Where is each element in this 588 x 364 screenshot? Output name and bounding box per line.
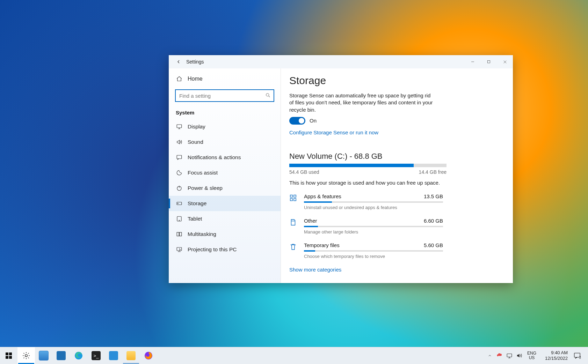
svg-rect-13 [294, 195, 296, 197]
sidebar-item-focus-assist[interactable]: Focus assist [169, 165, 281, 180]
svg-rect-14 [290, 199, 292, 201]
file-explorer-icon [126, 351, 136, 360]
category-subtext: Choose which temporary files to remove [304, 254, 443, 259]
temp-icon [289, 242, 298, 259]
volume-usage-fill [289, 164, 414, 167]
show-more-categories-link[interactable]: Show more categories [289, 267, 341, 273]
sidebar-item-label: Storage [188, 200, 206, 207]
sidebar-section-label: System [169, 107, 281, 119]
system-tray: ENG US 9:40 AM 12/15/2022 3 [483, 347, 588, 364]
svg-rect-17 [9, 352, 12, 355]
tray-network-icon[interactable] [505, 347, 514, 364]
sidebar-item-label: Projecting to this PC [188, 246, 237, 253]
taskbar-app-file-explorer[interactable] [122, 347, 140, 364]
multitasking-icon [176, 231, 183, 238]
sidebar-item-tablet[interactable]: Tablet [169, 211, 281, 226]
category-bar [304, 226, 443, 227]
minimize-button[interactable] [465, 55, 481, 68]
start-button[interactable] [0, 347, 17, 364]
taskbar-app-firefox[interactable] [140, 347, 157, 364]
category-subtext: Manage other large folders [304, 229, 443, 235]
category-bar-fill [304, 226, 318, 227]
svg-point-1 [266, 94, 269, 96]
storage-category-temp[interactable]: Temporary files5.60 GBChoose which tempo… [289, 242, 443, 259]
category-label: Apps & features [304, 193, 341, 199]
action-center-badge: 3 [579, 356, 581, 359]
page-title: Storage [289, 75, 502, 87]
maximize-button[interactable] [481, 55, 497, 68]
svg-rect-2 [177, 125, 182, 128]
svg-point-20 [25, 355, 27, 357]
tray-volume-icon[interactable] [515, 347, 524, 364]
main-panel: Storage Storage Sense can automatically … [281, 68, 513, 283]
firefox-icon [144, 351, 153, 360]
close-button[interactable] [497, 55, 513, 68]
svg-rect-10 [180, 232, 182, 236]
search-input[interactable] [175, 89, 274, 102]
storage-sense-toggle[interactable] [289, 117, 305, 125]
tray-clock[interactable]: 9:40 AM 12/15/2022 [540, 350, 570, 361]
taskbar-app-edge[interactable] [70, 347, 87, 364]
sidebar-item-storage[interactable]: Storage [169, 196, 281, 211]
tray-language[interactable]: ENG US [524, 351, 539, 360]
category-label: Temporary files [304, 242, 340, 248]
category-size: 5.60 GB [424, 242, 443, 248]
category-bar [304, 201, 443, 203]
svg-rect-15 [294, 199, 296, 201]
category-bar-fill [304, 250, 315, 252]
tray-overflow-button[interactable] [485, 347, 494, 364]
sidebar-home-label: Home [188, 76, 203, 82]
sidebar-item-display[interactable]: Display [169, 119, 281, 134]
settings-window: Settings Home [169, 55, 513, 283]
svg-rect-16 [6, 352, 8, 355]
taskbar-app-vscode[interactable] [105, 347, 122, 364]
configure-storage-sense-link[interactable]: Configure Storage Sense or run it now [289, 129, 378, 135]
terminal-icon: >_ [92, 351, 101, 360]
tray-onedrive-icon[interactable] [495, 347, 504, 364]
svg-rect-9 [177, 232, 179, 236]
svg-point-8 [179, 220, 180, 221]
sidebar-item-label: Sound [188, 139, 203, 145]
svg-rect-0 [488, 61, 490, 63]
power-sleep-icon [176, 185, 183, 192]
category-label: Other [304, 218, 317, 224]
volume-free-label: 14.4 GB free [419, 169, 447, 175]
taskbar-app-settings[interactable] [17, 347, 35, 364]
storage-category-other[interactable]: Other6.60 GBManage other large folders [289, 218, 443, 235]
toggle-knob [299, 118, 304, 124]
storage-category-apps[interactable]: Apps & features13.5 GBUninstall unused o… [289, 193, 443, 210]
store-icon [57, 351, 66, 360]
window-title: Settings [186, 59, 204, 65]
category-size: 6.60 GB [424, 218, 443, 224]
sidebar-item-label: Power & sleep [188, 185, 223, 191]
sidebar-item-sound[interactable]: Sound [169, 134, 281, 150]
sidebar-item-label: Notifications & actions [188, 154, 241, 161]
sidebar-item-notifications[interactable]: Notifications & actions [169, 150, 281, 165]
sidebar-item-power-sleep[interactable]: Power & sleep [169, 180, 281, 196]
category-subtext: Uninstall unused or undesired apps & fea… [304, 205, 443, 210]
sidebar-home[interactable]: Home [169, 72, 281, 86]
sidebar-item-projecting[interactable]: Projecting to this PC [169, 242, 281, 257]
search-wrap [175, 89, 274, 102]
back-button[interactable] [172, 59, 185, 65]
taskbar-app-store[interactable] [52, 347, 70, 364]
svg-rect-11 [177, 247, 182, 251]
tray-date: 12/15/2022 [545, 356, 568, 361]
svg-point-6 [178, 203, 179, 204]
taskbar-app-taskview[interactable] [35, 347, 52, 364]
storage-icon [176, 200, 183, 207]
action-center-button[interactable]: 3 [571, 352, 586, 359]
storage-sense-toggle-label: On [310, 118, 317, 124]
sidebar-item-label: Multitasking [188, 231, 216, 237]
sidebar: Home System DisplaySoundNotifications & … [169, 68, 281, 283]
taskview-icon [39, 351, 49, 361]
apps-icon [289, 193, 298, 210]
category-bar [304, 250, 443, 252]
taskbar-app-terminal[interactable]: >_ [87, 347, 105, 364]
projecting-icon [176, 246, 183, 253]
edge-icon [74, 351, 83, 360]
volume-usage-bar [289, 164, 447, 167]
tray-time: 9:40 AM [551, 350, 568, 356]
taskbar: >_ [0, 347, 588, 364]
sidebar-item-multitasking[interactable]: Multitasking [169, 226, 281, 242]
